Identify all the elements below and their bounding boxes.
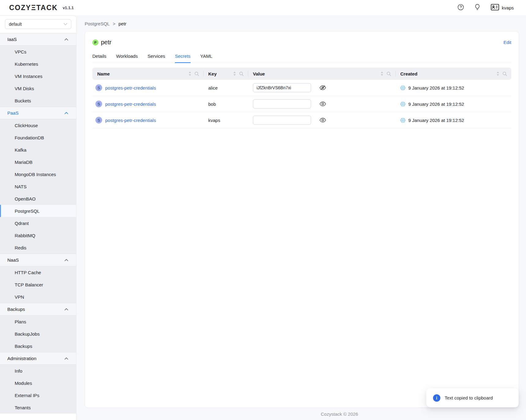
reveal-value-button[interactable] (320, 101, 326, 106)
secret-value-input[interactable] (253, 99, 311, 109)
sidebar-section-header-paas[interactable]: PaaS (0, 107, 76, 119)
sidebar-item-label: BackupJobs (15, 331, 40, 337)
sidebar-item-vpn[interactable]: VPN (0, 291, 76, 303)
sidebar-item-nats[interactable]: NATS (0, 180, 76, 193)
sidebar-item-redis[interactable]: Redis (0, 241, 76, 254)
sidebar-item-tenants[interactable]: Tenants (0, 401, 76, 414)
secret-name-link[interactable]: postgres-petr-credentials (105, 118, 156, 123)
reveal-value-button[interactable] (320, 85, 326, 90)
globe-icon (400, 85, 406, 90)
tab-details[interactable]: Details (92, 53, 106, 63)
help-button[interactable] (457, 4, 464, 11)
sidebar-item-label: MongoDB Instances (15, 172, 56, 177)
column-tools (188, 71, 203, 76)
column-label: Value (248, 71, 265, 76)
sidebar-section-header-administration[interactable]: Administration (0, 352, 76, 365)
chevron-up-icon (65, 308, 68, 311)
table-row: Spostgres-petr-credentialsbob9 January 2… (92, 96, 511, 112)
sidebar-section-header-naas[interactable]: NaaS (0, 254, 76, 266)
sidebar-item-kafka[interactable]: Kafka (0, 144, 76, 156)
section-items: PlansBackupJobsBackups (0, 315, 76, 352)
sidebar-item-modules[interactable]: Modules (0, 377, 76, 389)
column-header-name: Name (92, 68, 203, 80)
sidebar-section-header-backups[interactable]: Backups (0, 303, 76, 315)
sidebar-item-buckets[interactable]: Buckets (0, 94, 76, 107)
created-timestamp: 9 January 2026 at 19:12:52 (408, 85, 464, 90)
sort-icon[interactable] (380, 71, 383, 76)
table-header-row: NameKeyValueCreated (92, 68, 511, 80)
sidebar-item-external-ips[interactable]: External IPs (0, 389, 76, 401)
breadcrumb-separator: > (113, 21, 116, 26)
sidebar-item-http-cache[interactable]: HTTP Cache (0, 266, 76, 278)
column-header-created: Created (395, 68, 511, 80)
search-icon[interactable] (502, 72, 507, 76)
chevron-up-icon (65, 38, 68, 41)
search-icon[interactable] (387, 72, 391, 76)
sidebar-item-openbao[interactable]: OpenBAO (0, 193, 76, 205)
sidebar-item-label: VM Instances (15, 74, 43, 79)
sidebar-item-label: FoundationDB (15, 135, 44, 140)
reveal-value-button[interactable] (320, 118, 326, 123)
tab-workloads[interactable]: Workloads (116, 53, 138, 63)
sidebar-item-postgresql[interactable]: PostgreSQL (0, 205, 76, 217)
eye-icon (320, 118, 326, 123)
sidebar-item-foundationdb[interactable]: FoundationDB (0, 131, 76, 144)
sidebar-item-mongodb-instances[interactable]: MongoDB Instances (0, 168, 76, 180)
sidebar-item-clickhouse[interactable]: ClickHouse (0, 119, 76, 131)
sidebar: default IaaSVPCsKubernetesVM InstancesVM… (0, 15, 76, 420)
sidebar-item-label: NATS (15, 184, 27, 189)
sort-icon[interactable] (233, 71, 236, 76)
sidebar-item-tcp-balancer[interactable]: TCP Balancer (0, 278, 76, 291)
app-logo: COZYΞTACK (9, 4, 58, 12)
column-header-key: Key (203, 68, 248, 80)
secret-name-link[interactable]: postgres-petr-credentials (105, 101, 156, 107)
column-tools (380, 71, 395, 76)
section-items: HTTP CacheTCP BalancerVPN (0, 266, 76, 303)
sidebar-item-label: VM Disks (15, 86, 34, 91)
column-tools (496, 71, 511, 76)
sidebar-item-rabbitmq[interactable]: RabbitMQ (0, 229, 76, 241)
sidebar-item-label: Info (15, 368, 22, 374)
help-icon (457, 4, 464, 11)
app-version: v1.1.1 (63, 6, 74, 10)
tenant-selector[interactable]: default (5, 19, 71, 29)
sidebar-item-label: Plans (15, 319, 26, 324)
secret-name-link[interactable]: postgres-petr-credentials (105, 85, 156, 90)
sidebar-item-label: External IPs (15, 393, 39, 398)
tab-secrets[interactable]: Secrets (175, 53, 191, 63)
column-header-value: Value (248, 68, 395, 80)
tab-yaml[interactable]: YAML (200, 53, 213, 63)
breadcrumb-parent[interactable]: PostgreSQL (85, 21, 110, 26)
user-menu[interactable]: kvaps (491, 4, 514, 11)
sidebar-item-info[interactable]: Info (0, 365, 76, 377)
secret-value-input[interactable] (253, 116, 311, 125)
theme-toggle-button[interactable] (475, 4, 480, 12)
column-label: Key (203, 71, 217, 76)
edit-button[interactable]: Edit (503, 40, 511, 45)
tab-services[interactable]: Services (147, 53, 165, 63)
sidebar-item-backupjobs[interactable]: BackupJobs (0, 328, 76, 340)
breadcrumb: PostgreSQL > petr (76, 15, 526, 26)
cell-key: alice (203, 80, 248, 96)
secret-value-input[interactable] (253, 83, 311, 92)
sidebar-item-mariadb[interactable]: MariaDB (0, 156, 76, 168)
sort-icon[interactable] (188, 71, 191, 76)
sort-icon[interactable] (496, 71, 499, 76)
sidebar-item-backups[interactable]: Backups (0, 340, 76, 352)
search-icon[interactable] (239, 72, 244, 76)
search-icon[interactable] (194, 72, 199, 76)
card-header: P petr Edit (85, 31, 519, 46)
tab-bar: DetailsWorkloadsServicesSecretsYAML (92, 53, 511, 63)
sidebar-item-vpcs[interactable]: VPCs (0, 46, 76, 58)
sidebar-item-plans[interactable]: Plans (0, 315, 76, 328)
id-card-icon (491, 4, 499, 11)
sidebar-item-qdrant[interactable]: Qdrant (0, 217, 76, 229)
secrets-table: NameKeyValueCreated Spostgres-petr-crede… (92, 68, 511, 128)
sidebar-item-vm-disks[interactable]: VM Disks (0, 82, 76, 94)
cell-name: Spostgres-petr-credentials (92, 96, 203, 112)
main-area: PostgreSQL > petr P petr Edit DetailsWor… (76, 15, 526, 420)
sidebar-section-header-iaas[interactable]: IaaS (0, 33, 76, 46)
sidebar-item-kubernetes[interactable]: Kubernetes (0, 58, 76, 70)
sidebar-item-vm-instances[interactable]: VM Instances (0, 70, 76, 82)
cell-value (248, 80, 395, 96)
